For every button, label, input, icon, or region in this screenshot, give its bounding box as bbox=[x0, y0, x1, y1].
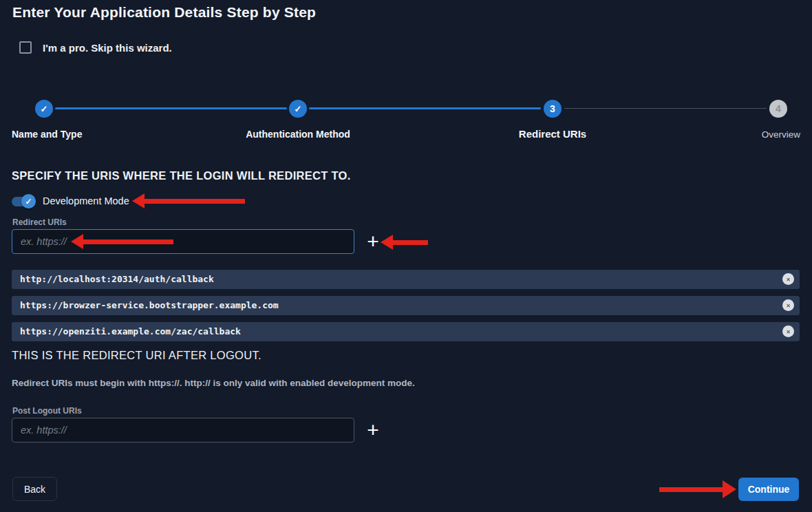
back-button[interactable]: Back bbox=[12, 477, 57, 501]
skip-wizard-row[interactable]: I'm a pro. Skip this wizard. bbox=[19, 41, 172, 54]
add-redirect-uri-button[interactable]: + bbox=[364, 229, 382, 254]
redirect-uri-row: https://openziti.example.com/zac/callbac… bbox=[12, 322, 800, 341]
step-3-number: 3 bbox=[550, 103, 555, 114]
continue-button[interactable]: Continue bbox=[738, 478, 799, 501]
check-icon: ✓ bbox=[295, 104, 302, 114]
skip-wizard-checkbox[interactable] bbox=[19, 41, 32, 54]
remove-uri-button[interactable]: ✕ bbox=[782, 299, 794, 311]
redirect-uri-value: http://localhost:20314/auth/callback bbox=[20, 274, 214, 284]
page-title: Enter Your Application Details Step by S… bbox=[12, 4, 316, 21]
development-mode-label: Development Mode bbox=[43, 195, 129, 206]
toggle-thumb-check-icon: ✓ bbox=[21, 194, 36, 209]
skip-wizard-label: I'm a pro. Skip this wizard. bbox=[43, 42, 172, 54]
step-connector-1 bbox=[55, 107, 287, 109]
step-2-label: Authentication Method bbox=[195, 129, 401, 140]
annotation-arrow-dev-mode bbox=[132, 193, 245, 209]
arrow-right-icon bbox=[723, 480, 736, 498]
step-1-label: Name and Type bbox=[12, 129, 82, 140]
arrow-left-icon bbox=[132, 193, 145, 209]
annotation-arrow-continue bbox=[659, 480, 736, 498]
close-icon: ✕ bbox=[786, 276, 790, 283]
step-connector-2 bbox=[309, 107, 541, 109]
step-connector-3 bbox=[564, 108, 767, 109]
redirect-uri-value: https://browzer-service.bootstrapper.exa… bbox=[20, 300, 279, 310]
step-4-indicator: 4 bbox=[769, 100, 787, 118]
redirect-uri-row: http://localhost:20314/auth/callback ✕ bbox=[12, 270, 800, 289]
add-post-logout-uri-button[interactable]: + bbox=[364, 418, 382, 442]
annotation-arrow-redirect-input bbox=[71, 234, 173, 249]
close-icon: ✕ bbox=[786, 328, 790, 335]
post-logout-uri-input[interactable] bbox=[12, 418, 354, 442]
redirect-uri-input[interactable] bbox=[12, 229, 354, 254]
step-1-indicator[interactable]: ✓ bbox=[35, 100, 53, 118]
step-3-label: Redirect URIs bbox=[449, 128, 656, 140]
post-logout-section-heading: THIS IS THE REDIRECT URI AFTER LOGOUT. bbox=[12, 349, 261, 362]
arrow-left-icon bbox=[381, 235, 393, 250]
redirect-uri-value: https://openziti.example.com/zac/callbac… bbox=[20, 326, 241, 337]
remove-uri-button[interactable]: ✕ bbox=[782, 326, 794, 337]
redirect-uri-note: Redirect URIs must begin with https://. … bbox=[12, 378, 415, 388]
step-4-number: 4 bbox=[776, 103, 781, 114]
development-mode-toggle[interactable]: ✓ bbox=[12, 194, 36, 209]
arrow-left-icon bbox=[71, 234, 83, 249]
close-icon: ✕ bbox=[786, 302, 790, 309]
step-2-indicator[interactable]: ✓ bbox=[289, 100, 307, 118]
redirect-uri-row: https://browzer-service.bootstrapper.exa… bbox=[12, 296, 800, 315]
post-logout-field-label: Post Logout URIs bbox=[12, 406, 82, 416]
step-4-label: Overview bbox=[697, 129, 800, 140]
annotation-arrow-add-button bbox=[381, 235, 428, 250]
redirect-uris-field-label: Redirect URIs bbox=[12, 217, 67, 227]
check-icon: ✓ bbox=[41, 104, 48, 114]
remove-uri-button[interactable]: ✕ bbox=[782, 273, 794, 285]
step-3-indicator[interactable]: 3 bbox=[544, 100, 562, 118]
wizard-page: Enter Your Application Details Step by S… bbox=[0, 0, 812, 512]
redirect-section-heading: SPECIFY THE URIS WHERE THE LOGIN WILL RE… bbox=[12, 169, 351, 182]
